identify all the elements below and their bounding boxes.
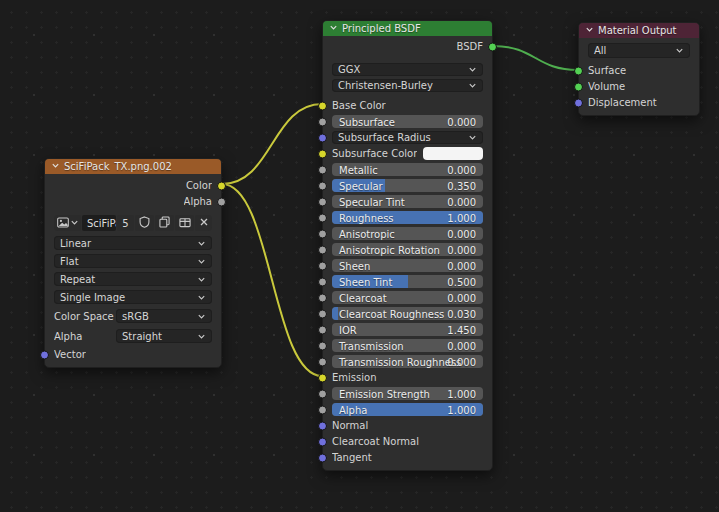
image-name-field[interactable]: SciFiPack_T... [82,215,116,231]
slider-emission-strength[interactable]: Emission Strength1.000 [332,387,483,400]
socket-transmission-input[interactable] [318,341,327,350]
input-label-displacement: Displacement [588,97,657,108]
output-label-color: Color [186,180,212,191]
collapse-chevron-icon[interactable] [51,161,60,172]
dropdown-single-image[interactable]: Single Image [54,290,212,304]
dropdown-linear[interactable]: Linear [54,236,212,250]
slider-alpha[interactable]: Alpha1.000 [332,403,483,416]
dropdown-value: All [594,45,606,56]
socket-volume-input[interactable] [574,82,583,91]
slider-roughness[interactable]: Roughness1.000 [332,211,483,224]
browse-image-button[interactable] [54,215,81,231]
socket-sheen-tint-input[interactable] [318,277,327,286]
socket-alpha-output[interactable] [217,197,226,206]
slider-ior[interactable]: IOR1.450 [332,323,483,336]
slider-label: Specular Tint [339,196,405,207]
node-header-principled-bsdf[interactable]: Principled BSDF [323,21,492,36]
slider-label: IOR [339,324,357,335]
collapse-chevron-icon[interactable] [329,23,338,34]
socket-metallic-input[interactable] [318,165,327,174]
dropdown-repeat[interactable]: Repeat [54,272,212,286]
row-specular-tint: Specular Tint0.000 [332,195,483,208]
socket-emission-strength-input[interactable] [318,389,327,398]
slider-label: Sheen Tint [339,276,392,287]
slider-sheen-tint[interactable]: Sheen Tint0.500 [332,275,483,288]
slider-label: Sheen [339,260,370,271]
socket-subsurface-radius-input[interactable] [318,133,327,142]
socket-surface-input[interactable] [574,66,583,75]
socket-bsdf-output[interactable] [488,42,497,51]
slider-value: 0.000 [447,196,476,207]
slider-specular-tint[interactable]: Specular Tint0.000 [332,195,483,208]
socket-tangent-input[interactable] [318,453,327,462]
new-image-button[interactable] [155,215,174,231]
socket-displacement-input[interactable] [574,98,583,107]
node-editor-canvas[interactable]: SciFiPack_TX.png.002 ColorAlphaSciFiPack… [0,0,719,512]
socket-sheen-input[interactable] [318,261,327,270]
socket-color-output[interactable] [217,181,226,190]
slider-value: 1.000 [447,388,476,399]
slider-specular[interactable]: Specular0.350 [332,179,483,192]
socket-anisotropic-rotation-input[interactable] [318,245,327,254]
dropdown-value: Repeat [60,274,95,285]
input-label-vector: Vector [54,349,86,360]
users-count-button[interactable]: 5 [117,215,134,231]
pack-image-button[interactable] [175,215,194,231]
socket-subsurface-input[interactable] [318,117,327,126]
socket-normal-input[interactable] [318,421,327,430]
slider-transmission-roughness[interactable]: Transmission Roughness0.000 [332,355,483,368]
dropdown-straight[interactable]: Straight [116,329,212,343]
slider-transmission[interactable]: Transmission0.000 [332,339,483,352]
socket-subsurface-color-input[interactable] [318,149,327,158]
unlink-image-button[interactable] [195,215,212,231]
dropdown-all[interactable]: All [588,43,690,58]
node-header-material-output[interactable]: Material Output [579,23,699,38]
socket-clearcoat-normal-input[interactable] [318,437,327,446]
slider-value: 0.000 [447,116,476,127]
node-title: Principled BSDF [342,23,421,34]
socket-specular-tint-input[interactable] [318,197,327,206]
slider-clearcoat[interactable]: Clearcoat0.000 [332,291,483,304]
slider-value: 0.000 [447,340,476,351]
dropdown-subsurface-radius[interactable]: Subsurface Radius [332,131,483,144]
dropdown-srgb[interactable]: sRGB [116,309,212,323]
socket-clearcoat-input[interactable] [318,293,327,302]
input-label-clearcoat-normal: Clearcoat Normal [332,436,419,447]
socket-alpha-input[interactable] [318,405,327,414]
node-header-image-texture[interactable]: SciFiPack_TX.png.002 [45,159,221,174]
slider-anisotropic-rotation[interactable]: Anisotropic Rotation0.000 [332,243,483,256]
dropdown-ggx[interactable]: GGX [332,63,483,76]
slider-sheen[interactable]: Sheen0.000 [332,259,483,272]
node-principled-bsdf[interactable]: Principled BSDF BSDFGGXChristensen-Burle… [322,20,493,471]
row-sheen: Sheen0.000 [332,259,483,272]
socket-roughness-input[interactable] [318,213,327,222]
dropdown-value: Flat [60,256,79,267]
chevron-down-icon [197,293,206,302]
fake-user-button[interactable] [135,215,154,231]
node-material-output[interactable]: Material Output AllSurfaceVolumeDisplace… [578,22,700,116]
color-swatch-subsurface-color[interactable] [423,147,483,160]
chevron-down-icon [197,332,206,341]
dropdown-value: Straight [122,331,162,342]
socket-emission-input[interactable] [318,373,327,382]
socket-transmission-roughness-input[interactable] [318,357,327,366]
socket-ior-input[interactable] [318,325,327,334]
slider-subsurface[interactable]: Subsurface0.000 [332,115,483,128]
input-label-tangent: Tangent [332,452,372,463]
socket-vector-input[interactable] [40,350,49,359]
dropdown-christensen-burley[interactable]: Christensen-Burley [332,79,483,92]
input-label-subsurface-color: Subsurface Color [332,148,417,159]
chevron-down-icon [197,239,206,248]
slider-metallic[interactable]: Metallic0.000 [332,163,483,176]
slider-anisotropic[interactable]: Anisotropic0.000 [332,227,483,240]
slider-clearcoat-roughness[interactable]: Clearcoat Roughness0.030 [332,307,483,320]
socket-base-color-input[interactable] [318,101,327,110]
socket-clearcoat-roughness-input[interactable] [318,309,327,318]
dropdown-flat[interactable]: Flat [54,254,212,268]
socket-anisotropic-input[interactable] [318,229,327,238]
socket-specular-input[interactable] [318,181,327,190]
node-image-texture[interactable]: SciFiPack_TX.png.002 ColorAlphaSciFiPack… [44,158,222,368]
row-ior: IOR1.450 [332,323,483,336]
collapse-chevron-icon[interactable] [585,25,594,36]
row-alpha: Alpha1.000 [332,403,483,416]
